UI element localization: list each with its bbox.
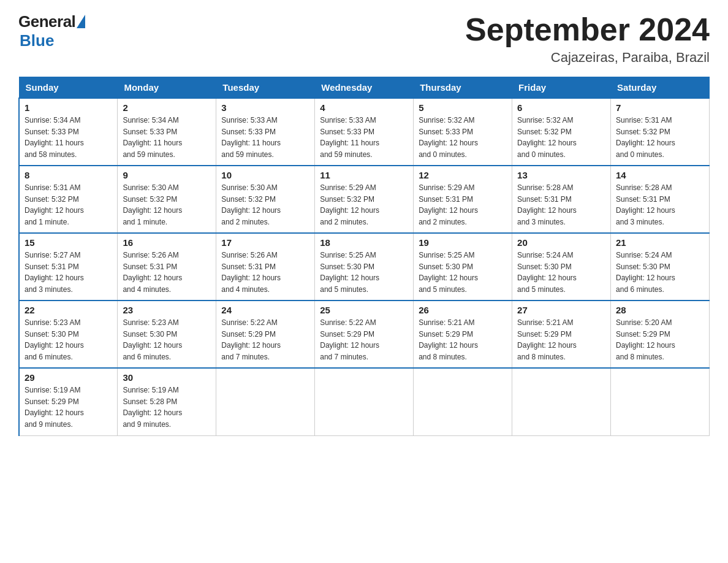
calendar-week-row: 22Sunrise: 5:23 AMSunset: 5:30 PMDayligh… bbox=[19, 301, 710, 368]
day-info-text: Sunrise: 5:21 AMSunset: 5:29 PMDaylight:… bbox=[419, 317, 507, 362]
calendar-week-row: 1Sunrise: 5:34 AMSunset: 5:33 PMDaylight… bbox=[19, 98, 710, 166]
calendar-day-cell: 1Sunrise: 5:34 AMSunset: 5:33 PMDaylight… bbox=[19, 98, 118, 166]
day-info-text: Sunrise: 5:23 AMSunset: 5:30 PMDaylight:… bbox=[25, 317, 112, 362]
day-info-text: Sunrise: 5:30 AMSunset: 5:32 PMDaylight:… bbox=[221, 182, 309, 228]
calendar-day-cell: 18Sunrise: 5:25 AMSunset: 5:30 PMDayligh… bbox=[315, 233, 414, 301]
day-info-text: Sunrise: 5:34 AMSunset: 5:33 PMDaylight:… bbox=[25, 115, 112, 160]
day-number: 10 bbox=[221, 170, 309, 180]
day-number: 24 bbox=[221, 305, 309, 315]
calendar-day-cell: 2Sunrise: 5:34 AMSunset: 5:33 PMDaylight… bbox=[118, 98, 216, 166]
calendar-day-cell: 20Sunrise: 5:24 AMSunset: 5:30 PMDayligh… bbox=[512, 233, 611, 301]
day-number: 29 bbox=[25, 372, 112, 383]
calendar-day-cell: 17Sunrise: 5:26 AMSunset: 5:31 PMDayligh… bbox=[216, 233, 315, 301]
calendar-day-cell: 26Sunrise: 5:21 AMSunset: 5:29 PMDayligh… bbox=[414, 301, 512, 368]
calendar-week-row: 8Sunrise: 5:31 AMSunset: 5:32 PMDaylight… bbox=[19, 166, 710, 233]
day-number: 3 bbox=[221, 102, 309, 113]
day-info-text: Sunrise: 5:23 AMSunset: 5:30 PMDaylight:… bbox=[123, 317, 211, 362]
day-number: 12 bbox=[419, 170, 507, 180]
logo-triangle-icon bbox=[77, 15, 85, 28]
day-number: 5 bbox=[419, 102, 507, 113]
day-info-text: Sunrise: 5:30 AMSunset: 5:32 PMDaylight:… bbox=[123, 182, 211, 228]
calendar-day-cell: 10Sunrise: 5:30 AMSunset: 5:32 PMDayligh… bbox=[216, 166, 315, 233]
day-info-text: Sunrise: 5:32 AMSunset: 5:32 PMDaylight:… bbox=[517, 115, 605, 160]
header-day-wednesday: Wednesday bbox=[315, 77, 414, 99]
empty-day-cell bbox=[216, 368, 315, 435]
calendar-day-cell: 15Sunrise: 5:27 AMSunset: 5:31 PMDayligh… bbox=[19, 233, 118, 301]
page-header: General Blue September 2024 Cajazeiras, … bbox=[18, 12, 710, 66]
page-subtitle: Cajazeiras, Paraiba, Brazil bbox=[465, 50, 710, 66]
calendar-day-cell: 14Sunrise: 5:28 AMSunset: 5:31 PMDayligh… bbox=[611, 166, 710, 233]
calendar-day-cell: 30Sunrise: 5:19 AMSunset: 5:28 PMDayligh… bbox=[118, 368, 216, 435]
day-number: 16 bbox=[123, 237, 211, 248]
day-number: 18 bbox=[320, 237, 408, 248]
logo: General Blue bbox=[18, 12, 85, 50]
day-number: 27 bbox=[517, 305, 605, 315]
day-number: 4 bbox=[320, 102, 408, 113]
day-info-text: Sunrise: 5:25 AMSunset: 5:30 PMDaylight:… bbox=[419, 250, 507, 295]
calendar-day-cell: 13Sunrise: 5:28 AMSunset: 5:31 PMDayligh… bbox=[512, 166, 611, 233]
day-info-text: Sunrise: 5:25 AMSunset: 5:30 PMDaylight:… bbox=[320, 250, 408, 295]
header-day-monday: Monday bbox=[118, 77, 216, 99]
calendar-day-cell: 5Sunrise: 5:32 AMSunset: 5:33 PMDaylight… bbox=[414, 98, 512, 166]
day-info-text: Sunrise: 5:20 AMSunset: 5:29 PMDaylight:… bbox=[616, 317, 704, 362]
calendar-day-cell: 29Sunrise: 5:19 AMSunset: 5:29 PMDayligh… bbox=[19, 368, 118, 435]
calendar-day-cell: 24Sunrise: 5:22 AMSunset: 5:29 PMDayligh… bbox=[216, 301, 315, 368]
day-number: 1 bbox=[25, 102, 112, 113]
day-info-text: Sunrise: 5:24 AMSunset: 5:30 PMDaylight:… bbox=[616, 250, 704, 295]
day-info-text: Sunrise: 5:27 AMSunset: 5:31 PMDaylight:… bbox=[25, 250, 112, 295]
calendar-day-cell: 21Sunrise: 5:24 AMSunset: 5:30 PMDayligh… bbox=[611, 233, 710, 301]
logo-blue-text: Blue bbox=[20, 31, 54, 50]
day-number: 26 bbox=[419, 305, 507, 315]
day-number: 30 bbox=[123, 372, 211, 383]
day-number: 22 bbox=[25, 305, 112, 315]
empty-day-cell bbox=[512, 368, 611, 435]
day-number: 23 bbox=[123, 305, 211, 315]
header-day-sunday: Sunday bbox=[19, 77, 118, 99]
day-info-text: Sunrise: 5:26 AMSunset: 5:31 PMDaylight:… bbox=[123, 250, 211, 295]
calendar-day-cell: 25Sunrise: 5:22 AMSunset: 5:29 PMDayligh… bbox=[315, 301, 414, 368]
calendar-day-cell: 7Sunrise: 5:31 AMSunset: 5:32 PMDaylight… bbox=[611, 98, 710, 166]
day-number: 17 bbox=[221, 237, 309, 248]
day-number: 14 bbox=[616, 170, 704, 180]
day-info-text: Sunrise: 5:24 AMSunset: 5:30 PMDaylight:… bbox=[517, 250, 605, 295]
day-info-text: Sunrise: 5:31 AMSunset: 5:32 PMDaylight:… bbox=[25, 182, 112, 228]
empty-day-cell bbox=[611, 368, 710, 435]
day-info-text: Sunrise: 5:32 AMSunset: 5:33 PMDaylight:… bbox=[419, 115, 507, 160]
calendar-day-cell: 16Sunrise: 5:26 AMSunset: 5:31 PMDayligh… bbox=[118, 233, 216, 301]
calendar-day-cell: 23Sunrise: 5:23 AMSunset: 5:30 PMDayligh… bbox=[118, 301, 216, 368]
day-info-text: Sunrise: 5:28 AMSunset: 5:31 PMDaylight:… bbox=[517, 182, 605, 228]
calendar-day-cell: 27Sunrise: 5:21 AMSunset: 5:29 PMDayligh… bbox=[512, 301, 611, 368]
calendar-day-cell: 3Sunrise: 5:33 AMSunset: 5:33 PMDaylight… bbox=[216, 98, 315, 166]
day-number: 21 bbox=[616, 237, 704, 248]
calendar-day-cell: 6Sunrise: 5:32 AMSunset: 5:32 PMDaylight… bbox=[512, 98, 611, 166]
day-info-text: Sunrise: 5:29 AMSunset: 5:32 PMDaylight:… bbox=[320, 182, 408, 228]
day-info-text: Sunrise: 5:34 AMSunset: 5:33 PMDaylight:… bbox=[123, 115, 211, 160]
calendar-day-cell: 22Sunrise: 5:23 AMSunset: 5:30 PMDayligh… bbox=[19, 301, 118, 368]
day-number: 6 bbox=[517, 102, 605, 113]
day-info-text: Sunrise: 5:33 AMSunset: 5:33 PMDaylight:… bbox=[221, 115, 309, 160]
day-info-text: Sunrise: 5:26 AMSunset: 5:31 PMDaylight:… bbox=[221, 250, 309, 295]
day-info-text: Sunrise: 5:21 AMSunset: 5:29 PMDaylight:… bbox=[517, 317, 605, 362]
calendar-day-cell: 28Sunrise: 5:20 AMSunset: 5:29 PMDayligh… bbox=[611, 301, 710, 368]
day-info-text: Sunrise: 5:22 AMSunset: 5:29 PMDaylight:… bbox=[221, 317, 309, 362]
day-number: 20 bbox=[517, 237, 605, 248]
calendar-week-row: 15Sunrise: 5:27 AMSunset: 5:31 PMDayligh… bbox=[19, 233, 710, 301]
header-day-tuesday: Tuesday bbox=[216, 77, 315, 99]
calendar-header-row: SundayMondayTuesdayWednesdayThursdayFrid… bbox=[19, 77, 710, 99]
day-number: 7 bbox=[616, 102, 704, 113]
calendar-day-cell: 9Sunrise: 5:30 AMSunset: 5:32 PMDaylight… bbox=[118, 166, 216, 233]
logo-general-text: General bbox=[18, 12, 75, 31]
day-info-text: Sunrise: 5:19 AMSunset: 5:29 PMDaylight:… bbox=[25, 385, 112, 430]
day-number: 13 bbox=[517, 170, 605, 180]
title-block: September 2024 Cajazeiras, Paraiba, Braz… bbox=[465, 12, 710, 66]
page-title: September 2024 bbox=[465, 12, 710, 47]
empty-day-cell bbox=[315, 368, 414, 435]
day-info-text: Sunrise: 5:33 AMSunset: 5:33 PMDaylight:… bbox=[320, 115, 408, 160]
empty-day-cell bbox=[414, 368, 512, 435]
day-number: 9 bbox=[123, 170, 211, 180]
calendar-day-cell: 12Sunrise: 5:29 AMSunset: 5:31 PMDayligh… bbox=[414, 166, 512, 233]
day-number: 8 bbox=[25, 170, 112, 180]
day-number: 19 bbox=[419, 237, 507, 248]
day-number: 11 bbox=[320, 170, 408, 180]
day-number: 28 bbox=[616, 305, 704, 315]
